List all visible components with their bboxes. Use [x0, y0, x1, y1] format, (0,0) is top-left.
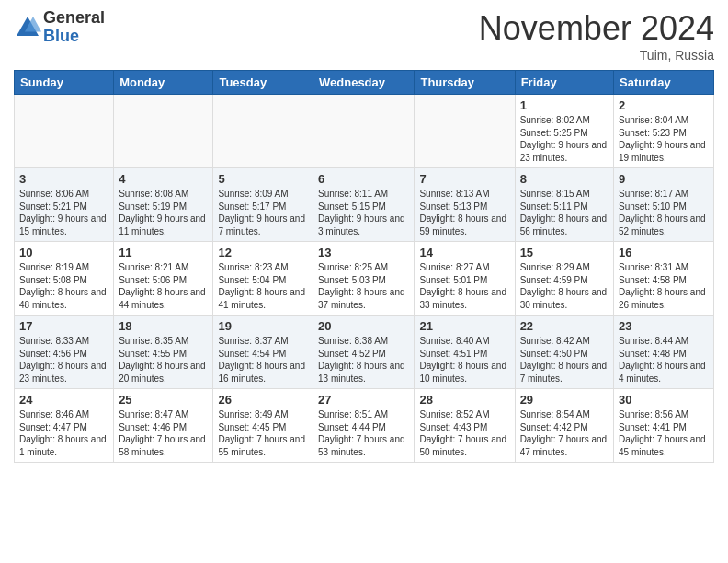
day-cell-4: 4Sunrise: 8:08 AM Sunset: 5:19 PM Daylig… — [114, 168, 213, 242]
empty-cell — [114, 95, 213, 168]
calendar-table: Sunday Monday Tuesday Wednesday Thursday… — [14, 70, 714, 463]
day-number: 27 — [318, 393, 409, 407]
day-info: Sunrise: 8:19 AM Sunset: 5:08 PM Dayligh… — [19, 261, 108, 311]
location: Tuim, Russia — [479, 48, 714, 63]
day-info: Sunrise: 8:27 AM Sunset: 5:01 PM Dayligh… — [419, 261, 509, 311]
day-cell-12: 12Sunrise: 8:23 AM Sunset: 5:04 PM Dayli… — [213, 242, 313, 316]
day-cell-9: 9Sunrise: 8:17 AM Sunset: 5:10 PM Daylig… — [614, 168, 714, 242]
day-cell-11: 11Sunrise: 8:21 AM Sunset: 5:06 PM Dayli… — [114, 242, 213, 316]
day-cell-30: 30Sunrise: 8:56 AM Sunset: 4:41 PM Dayli… — [614, 389, 714, 463]
day-info: Sunrise: 8:31 AM Sunset: 4:58 PM Dayligh… — [619, 261, 709, 311]
col-friday: Friday — [515, 71, 613, 95]
day-number: 18 — [119, 319, 208, 333]
day-info: Sunrise: 8:13 AM Sunset: 5:13 PM Dayligh… — [419, 188, 509, 237]
logo-general: General — [43, 9, 105, 28]
day-info: Sunrise: 8:52 AM Sunset: 4:43 PM Dayligh… — [419, 408, 509, 458]
day-info: Sunrise: 8:09 AM Sunset: 5:17 PM Dayligh… — [218, 188, 308, 237]
day-info: Sunrise: 8:11 AM Sunset: 5:15 PM Dayligh… — [318, 188, 409, 237]
calendar-body: 1Sunrise: 8:02 AM Sunset: 5:25 PM Daylig… — [15, 95, 714, 463]
logo: General Blue — [14, 9, 105, 46]
day-number: 9 — [619, 172, 709, 186]
day-number: 21 — [419, 319, 509, 333]
calendar-week-5: 24Sunrise: 8:46 AM Sunset: 4:47 PM Dayli… — [15, 389, 714, 463]
day-cell-25: 25Sunrise: 8:47 AM Sunset: 4:46 PM Dayli… — [114, 389, 213, 463]
day-cell-22: 22Sunrise: 8:42 AM Sunset: 4:50 PM Dayli… — [515, 316, 613, 389]
day-info: Sunrise: 8:40 AM Sunset: 4:51 PM Dayligh… — [419, 335, 509, 385]
day-info: Sunrise: 8:51 AM Sunset: 4:44 PM Dayligh… — [318, 408, 409, 458]
day-info: Sunrise: 8:33 AM Sunset: 4:56 PM Dayligh… — [19, 335, 108, 385]
col-sunday: Sunday — [15, 71, 114, 95]
day-number: 15 — [520, 246, 609, 259]
day-cell-24: 24Sunrise: 8:46 AM Sunset: 4:47 PM Dayli… — [15, 389, 114, 463]
day-info: Sunrise: 8:38 AM Sunset: 4:52 PM Dayligh… — [318, 335, 409, 385]
col-monday: Monday — [114, 71, 213, 95]
page-container: General Blue November 2024 Tuim, Russia … — [0, 0, 728, 472]
calendar-header: Sunday Monday Tuesday Wednesday Thursday… — [15, 71, 714, 95]
day-info: Sunrise: 8:15 AM Sunset: 5:11 PM Dayligh… — [520, 188, 609, 237]
day-number: 12 — [218, 246, 308, 259]
empty-cell — [415, 95, 515, 168]
day-cell-5: 5Sunrise: 8:09 AM Sunset: 5:17 PM Daylig… — [213, 168, 313, 242]
day-number: 4 — [119, 172, 208, 186]
day-cell-27: 27Sunrise: 8:51 AM Sunset: 4:44 PM Dayli… — [313, 389, 415, 463]
day-info: Sunrise: 8:25 AM Sunset: 5:03 PM Dayligh… — [318, 261, 409, 311]
day-cell-6: 6Sunrise: 8:11 AM Sunset: 5:15 PM Daylig… — [313, 168, 415, 242]
day-number: 6 — [318, 172, 409, 186]
day-number: 26 — [218, 393, 308, 407]
day-cell-23: 23Sunrise: 8:44 AM Sunset: 4:48 PM Dayli… — [614, 316, 714, 389]
calendar-week-2: 3Sunrise: 8:06 AM Sunset: 5:21 PM Daylig… — [15, 168, 714, 242]
day-info: Sunrise: 8:17 AM Sunset: 5:10 PM Dayligh… — [619, 188, 709, 237]
day-info: Sunrise: 8:35 AM Sunset: 4:55 PM Dayligh… — [119, 335, 208, 385]
day-number: 3 — [19, 172, 108, 186]
month-title: November 2024 — [479, 9, 714, 48]
day-info: Sunrise: 8:44 AM Sunset: 4:48 PM Dayligh… — [619, 335, 709, 385]
day-number: 13 — [318, 246, 409, 259]
day-cell-18: 18Sunrise: 8:35 AM Sunset: 4:55 PM Dayli… — [114, 316, 213, 389]
day-number: 11 — [119, 246, 208, 259]
day-number: 29 — [520, 393, 609, 407]
col-wednesday: Wednesday — [313, 71, 415, 95]
header: General Blue November 2024 Tuim, Russia — [14, 9, 714, 63]
day-cell-3: 3Sunrise: 8:06 AM Sunset: 5:21 PM Daylig… — [15, 168, 114, 242]
day-info: Sunrise: 8:06 AM Sunset: 5:21 PM Dayligh… — [19, 188, 108, 237]
day-cell-28: 28Sunrise: 8:52 AM Sunset: 4:43 PM Dayli… — [415, 389, 515, 463]
day-cell-14: 14Sunrise: 8:27 AM Sunset: 5:01 PM Dayli… — [415, 242, 515, 316]
calendar-week-4: 17Sunrise: 8:33 AM Sunset: 4:56 PM Dayli… — [15, 316, 714, 389]
day-number: 5 — [218, 172, 308, 186]
day-cell-2: 2Sunrise: 8:04 AM Sunset: 5:23 PM Daylig… — [614, 95, 714, 168]
day-number: 22 — [520, 319, 609, 333]
day-number: 2 — [619, 98, 709, 112]
day-number: 25 — [119, 393, 208, 407]
day-number: 30 — [619, 393, 709, 407]
day-info: Sunrise: 8:54 AM Sunset: 4:42 PM Dayligh… — [520, 408, 609, 458]
day-number: 20 — [318, 319, 409, 333]
day-info: Sunrise: 8:37 AM Sunset: 4:54 PM Dayligh… — [218, 335, 308, 385]
day-cell-26: 26Sunrise: 8:49 AM Sunset: 4:45 PM Dayli… — [213, 389, 313, 463]
day-info: Sunrise: 8:56 AM Sunset: 4:41 PM Dayligh… — [619, 408, 709, 458]
day-number: 23 — [619, 319, 709, 333]
day-cell-8: 8Sunrise: 8:15 AM Sunset: 5:11 PM Daylig… — [515, 168, 613, 242]
empty-cell — [313, 95, 415, 168]
day-cell-13: 13Sunrise: 8:25 AM Sunset: 5:03 PM Dayli… — [313, 242, 415, 316]
col-thursday: Thursday — [415, 71, 515, 95]
calendar-week-1: 1Sunrise: 8:02 AM Sunset: 5:25 PM Daylig… — [15, 95, 714, 168]
day-info: Sunrise: 8:42 AM Sunset: 4:50 PM Dayligh… — [520, 335, 609, 385]
day-number: 28 — [419, 393, 509, 407]
logo-text: General Blue — [43, 9, 105, 46]
day-info: Sunrise: 8:02 AM Sunset: 5:25 PM Dayligh… — [520, 114, 609, 164]
empty-cell — [213, 95, 313, 168]
day-cell-19: 19Sunrise: 8:37 AM Sunset: 4:54 PM Dayli… — [213, 316, 313, 389]
day-cell-21: 21Sunrise: 8:40 AM Sunset: 4:51 PM Dayli… — [415, 316, 515, 389]
day-cell-1: 1Sunrise: 8:02 AM Sunset: 5:25 PM Daylig… — [515, 95, 613, 168]
col-saturday: Saturday — [614, 71, 714, 95]
calendar-week-3: 10Sunrise: 8:19 AM Sunset: 5:08 PM Dayli… — [15, 242, 714, 316]
day-number: 7 — [419, 172, 509, 186]
day-number: 16 — [619, 246, 709, 259]
day-cell-29: 29Sunrise: 8:54 AM Sunset: 4:42 PM Dayli… — [515, 389, 613, 463]
title-section: November 2024 Tuim, Russia — [479, 9, 714, 63]
day-number: 24 — [19, 393, 108, 407]
day-info: Sunrise: 8:08 AM Sunset: 5:19 PM Dayligh… — [119, 188, 208, 237]
col-tuesday: Tuesday — [213, 71, 313, 95]
day-cell-7: 7Sunrise: 8:13 AM Sunset: 5:13 PM Daylig… — [415, 168, 515, 242]
day-cell-20: 20Sunrise: 8:38 AM Sunset: 4:52 PM Dayli… — [313, 316, 415, 389]
